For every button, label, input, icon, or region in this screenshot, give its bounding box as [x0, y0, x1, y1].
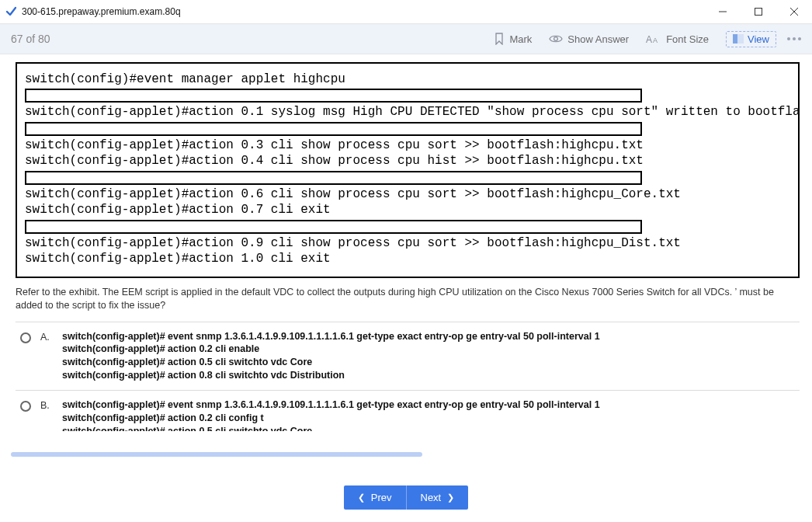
redaction-bar: [25, 89, 642, 103]
show-answer-button[interactable]: Show Answer: [549, 33, 629, 45]
question-text: Refer to the exhibit. The EEM script is …: [16, 286, 800, 312]
more-menu-button[interactable]: [787, 37, 801, 40]
window-controls: [705, 0, 812, 23]
window-titlebar: 300-615.prepaway.premium.exam.80q: [0, 0, 812, 23]
window-title: 300-615.prepaway.premium.exam.80q: [22, 6, 705, 17]
prev-button[interactable]: ❮ Prev: [344, 485, 407, 510]
svg-text:A: A: [646, 34, 652, 44]
chevron-left-icon: ❮: [358, 492, 365, 503]
exhibit-line: switch(config-applet)#action 0.9 cli sho…: [25, 235, 790, 251]
bookmark-icon: [494, 33, 505, 45]
view-button[interactable]: View: [726, 31, 776, 47]
prev-label: Prev: [371, 492, 392, 503]
answers-list: A. switch(config-applet)# event snmp 1.3…: [16, 322, 800, 432]
horizontal-scrollbar[interactable]: [11, 452, 422, 457]
answer-option-a[interactable]: A. switch(config-applet)# event snmp 1.3…: [16, 322, 800, 392]
show-answer-label: Show Answer: [567, 33, 629, 45]
svg-text:A: A: [653, 37, 658, 44]
exhibit-line: switch(config-applet)#action 0.4 cli sho…: [25, 153, 790, 169]
answer-text: switch(config-applet)# event snmp 1.3.6.…: [62, 398, 600, 431]
minimize-button[interactable]: [705, 0, 741, 23]
radio-icon[interactable]: [20, 401, 31, 412]
answer-text: switch(config-applet)# event snmp 1.3.6.…: [62, 330, 600, 383]
svg-point-4: [554, 37, 558, 41]
exhibit-box: switch(config)#event manager applet high…: [16, 62, 800, 278]
chevron-right-icon: ❯: [447, 492, 454, 503]
app-checkmark-icon: [5, 5, 17, 18]
footer-nav: ❮ Prev Next ❯: [0, 472, 812, 522]
layout-icon: [733, 34, 744, 44]
exhibit-line: switch(config)#event manager applet high…: [25, 71, 790, 87]
view-label: View: [748, 33, 769, 45]
mark-button[interactable]: Mark: [494, 33, 532, 45]
answer-option-b[interactable]: B. switch(config-applet)# event snmp 1.3…: [16, 391, 800, 431]
maximize-button[interactable]: [741, 0, 776, 23]
answer-letter: B.: [40, 398, 53, 411]
exhibit-line: switch(config-applet)#action 0.7 cli exi…: [25, 202, 790, 218]
exhibit-line: switch(config-applet)#action 1.0 cli exi…: [25, 251, 790, 266]
radio-icon[interactable]: [20, 332, 31, 343]
font-size-icon: AA: [646, 33, 661, 44]
redaction-bar: [25, 220, 642, 234]
question-counter: 67 of 80: [11, 33, 50, 45]
next-label: Next: [421, 492, 442, 503]
close-button[interactable]: [776, 0, 812, 23]
svg-rect-1: [755, 9, 762, 16]
mark-label: Mark: [509, 33, 532, 45]
question-toolbar: 67 of 80 Mark Show Answer AA Font Size V…: [0, 23, 812, 54]
redaction-bar: [25, 122, 642, 136]
answer-letter: A.: [40, 330, 53, 343]
eye-icon: [549, 33, 563, 44]
question-content: switch(config)#event manager applet high…: [0, 54, 812, 460]
next-button[interactable]: Next ❯: [407, 485, 469, 510]
exhibit-line: switch(config-applet)#action 0.6 cli sho…: [25, 186, 790, 202]
exhibit-line: switch(config-applet)#action 0.1 syslog …: [25, 104, 790, 120]
font-size-label: Font Size: [666, 33, 709, 45]
exhibit-line: switch(config-applet)#action 0.3 cli sho…: [25, 137, 790, 153]
font-size-button[interactable]: AA Font Size: [646, 33, 709, 45]
redaction-bar: [25, 171, 642, 185]
